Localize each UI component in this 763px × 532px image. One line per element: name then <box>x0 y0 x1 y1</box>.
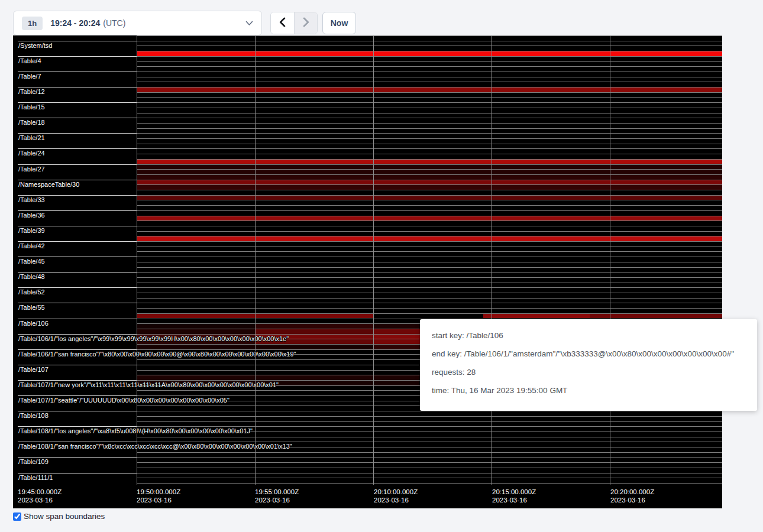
span-boundary-line <box>137 473 722 473</box>
heatmap-activity-band <box>137 174 722 180</box>
span-boundary-line <box>137 97 722 98</box>
span-boundary-line <box>137 298 722 299</box>
tick-time: 19:50:00.000Z <box>137 488 180 496</box>
prev-range-button[interactable] <box>271 12 294 34</box>
label-boundary-line <box>18 72 137 72</box>
time-axis-tick: 20:15:00.000Z2023-03-16 <box>492 488 536 504</box>
label-boundary-line <box>18 303 137 303</box>
span-boundary-line <box>137 35 722 36</box>
span-boundary-line <box>137 220 722 221</box>
span-boundary-line <box>137 293 722 293</box>
heatmap-row-label: /Table/108 <box>18 413 49 419</box>
span-boundary-line <box>137 262 722 262</box>
span-boundary-line <box>137 102 722 103</box>
span-boundary-line <box>137 241 722 242</box>
now-button[interactable]: Now <box>322 12 356 34</box>
heatmap-row-label: /Table/107/1/"new york"/"\x11\x11\x11\x1… <box>18 382 279 388</box>
span-boundary-line <box>137 41 722 41</box>
label-boundary-line <box>18 180 137 180</box>
tick-date: 2023-03-16 <box>610 496 654 504</box>
heatmap-row-label: /Table/106 <box>18 320 49 327</box>
show-span-boundaries-row: Show span boundaries <box>13 512 105 521</box>
label-boundary-line <box>18 148 137 149</box>
chevron-right-icon <box>303 17 309 29</box>
heatmap-row-label: /Table/106/1/"san francisco"/"\x80\x00\x… <box>18 351 296 358</box>
label-boundary-line <box>18 56 137 57</box>
label-boundary-line <box>18 442 137 442</box>
tick-time: 20:20:00.000Z <box>610 488 654 496</box>
heatmap-row-label: /Table/109 <box>18 459 49 465</box>
span-boundary-line <box>137 169 722 170</box>
label-boundary-line <box>18 457 137 458</box>
span-boundary-line <box>137 148 722 149</box>
span-boundary-line <box>137 442 722 442</box>
span-boundary-line <box>137 61 722 62</box>
label-boundary-line <box>18 133 137 134</box>
heatmap-row-label: /Table/55 <box>18 304 45 311</box>
range-timezone: (UTC) <box>103 18 125 28</box>
tooltip-line: requests: 28 <box>420 359 757 377</box>
time-axis-tick: 19:55:00.000Z2023-03-16 <box>255 488 299 504</box>
span-boundary-line <box>137 113 722 113</box>
tick-time: 19:45:00.000Z <box>18 488 62 496</box>
span-boundary-line <box>137 231 722 232</box>
tick-date: 2023-03-16 <box>492 496 536 504</box>
time-gridline <box>610 35 610 485</box>
chevron-down-icon <box>245 21 253 26</box>
span-boundary-line <box>137 184 722 185</box>
heatmap-row-label: /Table/15 <box>18 104 45 111</box>
time-gridline <box>255 35 256 485</box>
show-span-boundaries-checkbox[interactable] <box>13 512 21 521</box>
span-boundary-line <box>137 174 722 175</box>
span-boundary-line <box>137 46 722 46</box>
heatmap-row-label: /Table/24 <box>18 150 45 157</box>
heatmap-activity-band-segment <box>137 323 255 329</box>
next-range-button[interactable] <box>294 12 317 34</box>
heatmap-row-label: /Table/52 <box>18 289 45 296</box>
tick-date: 2023-03-16 <box>255 496 299 504</box>
label-boundary-line <box>18 380 137 381</box>
heatmap-activity-band-segment <box>255 323 373 329</box>
tooltip-line: start key: /Table/106 <box>420 322 757 340</box>
span-boundary-line <box>137 205 722 206</box>
heatmap-row-label: /Table/4 <box>18 58 41 64</box>
label-boundary-line <box>18 195 137 196</box>
span-boundary-line <box>137 283 722 283</box>
heatmap-activity-band <box>137 195 722 200</box>
span-boundary-line <box>137 303 722 303</box>
label-boundary-line <box>18 426 137 427</box>
time-axis-tick: 19:50:00.000Z2023-03-16 <box>137 488 180 504</box>
label-boundary-line <box>18 349 137 350</box>
heatmap-activity-band-segment <box>373 313 483 319</box>
heatmap-activity-band <box>137 236 722 241</box>
span-boundary-line <box>137 216 722 216</box>
heatmap-activity-band <box>137 216 722 221</box>
heatmap-row-label: /Table/39 <box>18 228 45 234</box>
heatmap-row-label: /Table/7 <box>18 73 41 80</box>
heatmap-activity-band <box>137 51 722 56</box>
heatmap-row-label: /Table/108/1/"san francisco"/"\x8c\xcc\x… <box>18 443 292 450</box>
span-boundary-line <box>137 411 722 411</box>
tick-date: 2023-03-16 <box>18 496 62 504</box>
span-boundary-line <box>137 452 722 453</box>
span-boundary-line <box>137 82 722 82</box>
heatmap-row-label: /Table/107/1/"seattle"/"UUUUUUD\x00\x80\… <box>18 397 229 404</box>
key-visualizer-canvas[interactable]: /System/tsd/Table/4/Table/7/Table/12/Tab… <box>13 35 722 508</box>
span-boundary-line <box>137 287 722 288</box>
heatmap-row-label: /Table/36 <box>18 212 45 219</box>
heatmap-activity-band <box>137 184 722 190</box>
span-boundary-line <box>137 190 722 190</box>
heatmap-activity-band <box>137 159 722 164</box>
span-boundary-line <box>137 251 722 252</box>
span-boundary-line <box>137 457 722 458</box>
label-boundary-line <box>18 319 137 319</box>
span-boundary-line <box>137 51 722 51</box>
span-boundary-line <box>137 421 722 422</box>
hover-tooltip: start key: /Table/106end key: /Table/106… <box>420 319 757 411</box>
span-boundary-line <box>137 180 722 180</box>
span-boundary-line <box>137 267 722 268</box>
heatmap-activity-band-segment <box>255 329 373 334</box>
tick-date: 2023-03-16 <box>374 496 418 504</box>
time-range-dropdown[interactable]: 1h 19:24 - 20:24 (UTC) <box>13 11 262 35</box>
label-boundary-line <box>18 226 137 226</box>
